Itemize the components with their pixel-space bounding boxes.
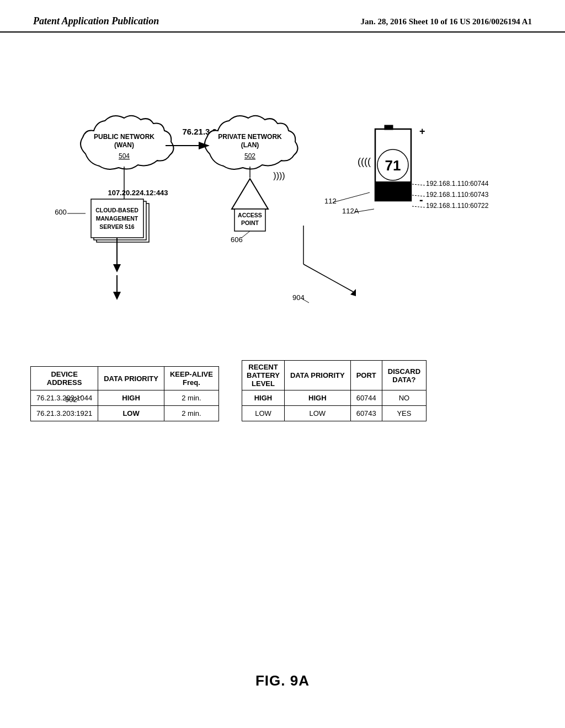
diagram-svg: 76.21.3.203 PUBLIC NETWORK (WAN) 504 PRI…	[0, 33, 565, 529]
diagram-area: 76.21.3.203 PUBLIC NETWORK (WAN) 504 PRI…	[0, 33, 565, 529]
svg-line-27	[242, 231, 250, 238]
svg-marker-19	[232, 179, 268, 209]
col-device-address: DEVICEADDRESS	[31, 367, 98, 390]
figure-label: FIG. 9A	[255, 672, 310, 689]
access-point: ))))) ACCESS POINT	[232, 179, 268, 231]
left-table-container: DEVICEADDRESS DATA PRIORITY KEEP-ALIVEFr…	[30, 366, 219, 421]
svg-text:904: 904	[292, 293, 305, 302]
battery-table: RECENTBATTERYLEVEL DATA PRIORITY PORT DI…	[242, 360, 427, 421]
svg-line-37	[333, 192, 370, 202]
device-address-1: 76.21.3.203:1044	[31, 390, 98, 406]
table-row: LOW LOW 60743 YES	[242, 406, 427, 421]
svg-text:192.168.1.110:60743: 192.168.1.110:60743	[426, 191, 489, 199]
svg-marker-50	[350, 289, 356, 296]
svg-rect-29	[385, 125, 393, 130]
port-2: 60743	[350, 406, 382, 421]
r-data-priority-1: HIGH	[284, 390, 350, 406]
r-data-priority-2: LOW	[284, 406, 350, 421]
col-port: PORT	[350, 361, 382, 390]
svg-text:112A: 112A	[342, 207, 359, 215]
svg-text:)))): ))))	[273, 171, 285, 180]
data-priority-2: LOW	[98, 406, 164, 421]
keep-alive-1: 2 min.	[164, 390, 218, 406]
device-address-2: 76.21.3.203:1921	[31, 406, 98, 421]
svg-text:+: +	[419, 126, 425, 137]
public-network-cloud: PUBLIC NETWORK (WAN) 504	[81, 116, 174, 169]
svg-text:107.20.224.12:443: 107.20.224.12:443	[108, 189, 168, 197]
svg-marker-16	[113, 264, 121, 272]
col-discard-data: DISCARDDATA?	[382, 361, 426, 390]
col-keep-alive: KEEP-ALIVEFreq.	[164, 367, 218, 390]
svg-text:504: 504	[119, 152, 130, 160]
svg-text:(WAN): (WAN)	[114, 141, 134, 149]
svg-text:((((: ((((	[358, 156, 371, 167]
svg-text:600: 600	[55, 208, 67, 216]
svg-text:ACCESS: ACCESS	[238, 212, 262, 218]
table-row: 76.21.3.203:1044 HIGH 2 min.	[31, 390, 219, 406]
svg-rect-32	[376, 181, 411, 200]
svg-text:606: 606	[231, 235, 243, 244]
page-header: Patent Application Publication Jan. 28, …	[0, 0, 565, 33]
svg-text:PUBLIC NETWORK: PUBLIC NETWORK	[94, 133, 154, 141]
svg-text:192.168.1.110:60722: 192.168.1.110:60722	[426, 202, 489, 210]
keep-alive-2: 2 min.	[164, 406, 218, 421]
battery-device: + - 71 ((((	[358, 125, 425, 206]
svg-line-45	[412, 206, 425, 207]
table-row: 76.21.3.203:1921 LOW 2 min.	[31, 406, 219, 421]
table-row: HIGH HIGH 60744 NO	[242, 390, 427, 406]
data-priority-1: HIGH	[98, 390, 164, 406]
svg-text:CLOUD-BASED: CLOUD-BASED	[95, 207, 138, 213]
svg-text:192.168.1.110:60744: 192.168.1.110:60744	[426, 180, 489, 188]
discard-1: NO	[382, 390, 426, 406]
svg-line-43	[412, 184, 425, 185]
header-left-label: Patent Application Publication	[33, 15, 159, 27]
port-1: 60744	[350, 390, 382, 406]
col-data-priority-r: DATA PRIORITY	[284, 361, 350, 390]
svg-text:112: 112	[324, 197, 337, 205]
svg-text:MANAGEMENT: MANAGEMENT	[96, 215, 138, 222]
svg-text:PRIVATE NETWORK: PRIVATE NETWORK	[218, 133, 282, 141]
svg-text:71: 71	[385, 157, 401, 174]
discard-2: YES	[382, 406, 426, 421]
svg-marker-47	[113, 292, 121, 300]
svg-text:-: -	[419, 194, 423, 206]
header-right-label: Jan. 28, 2016 Sheet 10 of 16 US 2016/002…	[361, 17, 532, 26]
col-data-priority: DATA PRIORITY	[98, 367, 164, 390]
svg-line-49	[303, 264, 353, 292]
col-recent-battery: RECENTBATTERYLEVEL	[242, 361, 285, 390]
private-network-cloud: PRIVATE NETWORK (LAN) 502	[205, 116, 298, 169]
battery-level-2: LOW	[242, 406, 285, 421]
device-table: DEVICEADDRESS DATA PRIORITY KEEP-ALIVEFr…	[30, 366, 219, 421]
right-table-container: RECENTBATTERYLEVEL DATA PRIORITY PORT DI…	[237, 360, 427, 421]
svg-text:502: 502	[244, 152, 255, 160]
battery-level-1: HIGH	[242, 390, 285, 406]
svg-text:(LAN): (LAN)	[241, 141, 259, 149]
cloud-server: CLOUD-BASED MANAGEMENT SERVER 516	[91, 199, 149, 242]
svg-text:POINT: POINT	[241, 220, 259, 226]
svg-text:SERVER 516: SERVER 516	[99, 223, 135, 230]
